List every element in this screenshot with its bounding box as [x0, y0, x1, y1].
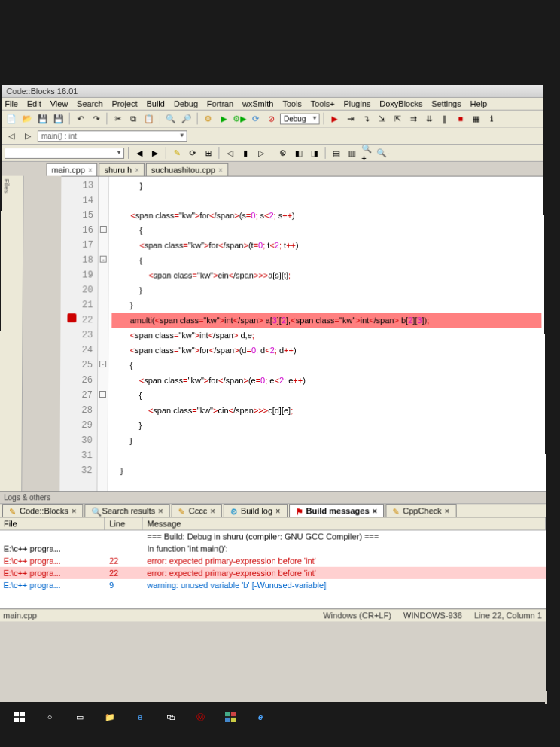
code-editor[interactable]: 131415161718192021 222324252627282930313… — [59, 176, 545, 492]
code-line[interactable]: <span class="kw">for</span>(t=0; t<2; t+… — [112, 238, 541, 253]
close-icon[interactable]: × — [275, 506, 280, 515]
close-icon[interactable]: × — [72, 506, 77, 515]
fold-marker[interactable] — [98, 311, 108, 326]
menu-toolsplus[interactable]: Tools+ — [311, 99, 335, 108]
class-select[interactable] — [5, 148, 124, 159]
col-file[interactable]: File — [0, 517, 105, 529]
tab-shuru[interactable]: shuru.h× — [99, 163, 145, 176]
close-icon[interactable]: × — [88, 166, 93, 174]
close-icon[interactable]: × — [373, 506, 377, 515]
line-number[interactable]: 22 — [60, 313, 97, 328]
code-line[interactable]: { — [111, 388, 542, 403]
build-run-icon[interactable]: ⚙▶ — [233, 112, 246, 126]
mcafee-icon[interactable]: Ⓜ — [187, 705, 214, 729]
log-tab-codeblocks[interactable]: ✎Code::Blocks× — [2, 504, 84, 517]
fold-marker[interactable] — [98, 296, 108, 311]
code-line[interactable]: } — [111, 433, 543, 448]
menu-edit[interactable]: Edit — [27, 99, 41, 108]
log-tab-search[interactable]: 🔍Search results× — [85, 504, 170, 517]
next-instr-icon[interactable]: ⇉ — [406, 112, 420, 126]
log-row[interactable]: E:\c++ progra...9warning: unused variabl… — [0, 579, 546, 591]
step-instr-icon[interactable]: ⇊ — [422, 112, 436, 126]
menu-project[interactable]: Project — [112, 99, 138, 108]
line-number[interactable]: 17 — [61, 238, 98, 253]
log-row[interactable]: E:\c++ progra...In function 'int main()'… — [0, 543, 546, 555]
refresh-icon[interactable]: ⟳ — [186, 146, 199, 160]
find-icon[interactable]: 🔍 — [164, 112, 178, 126]
fold-marker[interactable] — [98, 416, 108, 431]
line-number[interactable]: 18 — [61, 253, 98, 268]
highlight-icon[interactable]: ✎ — [170, 146, 184, 160]
tab-suchu[interactable]: suchuashitou.cpp× — [146, 163, 228, 176]
stop-icon[interactable]: ■ — [454, 112, 467, 126]
doxy-icon[interactable]: ◧ — [292, 146, 306, 160]
debug-start-icon[interactable]: ▶ — [328, 112, 342, 126]
code-area[interactable]: } <span class="kw">for</span>(s=0; s<2; … — [108, 177, 546, 492]
scope-select[interactable]: main() : int — [38, 130, 187, 142]
code-line[interactable]: <span class="kw">for</span>(d=0; d<2; d+… — [111, 343, 542, 358]
fold-marker[interactable] — [98, 341, 108, 356]
fold-marker[interactable]: - — [98, 386, 108, 401]
line-number[interactable]: 13 — [61, 178, 98, 194]
debug-windows-icon[interactable]: ▦ — [470, 112, 483, 126]
log-row[interactable]: === Build: Debug in shuru (compiler: GNU… — [0, 530, 546, 542]
line-number[interactable]: 30 — [60, 433, 97, 448]
abort-icon[interactable]: ⊘ — [264, 112, 278, 126]
code-line[interactable]: <span class="kw">for</span>(e=0; e<2; e+… — [111, 373, 542, 388]
fold-marker[interactable] — [98, 447, 108, 462]
line-number[interactable]: 27 — [60, 388, 97, 403]
cut-icon[interactable]: ✂ — [111, 112, 124, 126]
close-icon[interactable]: × — [218, 166, 223, 174]
line-number[interactable]: 23 — [60, 328, 97, 343]
forward-icon[interactable]: ▷ — [21, 129, 35, 142]
fold-marker[interactable] — [99, 281, 108, 296]
code-line[interactable]: } — [112, 178, 540, 194]
edge-icon[interactable]: e — [126, 705, 154, 729]
fold-marker[interactable] — [98, 462, 108, 477]
rebuild-icon[interactable]: ⟳ — [248, 112, 262, 126]
open-icon[interactable]: 📂 — [20, 112, 34, 126]
run-icon[interactable]: ▶ — [217, 112, 230, 126]
cortana-icon[interactable]: ○ — [36, 705, 63, 729]
new-file-icon[interactable]: 📄 — [5, 112, 18, 126]
line-number[interactable]: 25 — [60, 358, 97, 373]
menu-fortran[interactable]: Fortran — [207, 99, 233, 108]
code-line[interactable]: } — [111, 282, 541, 297]
code-line[interactable] — [111, 448, 543, 463]
line-number[interactable]: 32 — [59, 463, 96, 478]
code-line[interactable]: } — [111, 463, 543, 478]
target-select[interactable]: Debug — [280, 113, 320, 124]
close-icon[interactable]: × — [135, 166, 139, 174]
menu-search[interactable]: Search — [77, 99, 103, 108]
run-to-cursor-icon[interactable]: ⇥ — [344, 112, 358, 126]
next-line-icon[interactable]: ↴ — [360, 112, 373, 126]
line-number[interactable]: 28 — [60, 403, 97, 418]
fold-marker[interactable]: - — [99, 221, 108, 236]
code-line[interactable]: { — [112, 223, 541, 238]
menu-build[interactable]: Build — [147, 99, 165, 108]
menu-debug[interactable]: Debug — [174, 99, 198, 108]
line-number[interactable]: 15 — [61, 208, 98, 223]
line-number[interactable]: 31 — [60, 448, 97, 463]
menu-view[interactable]: View — [50, 99, 68, 108]
fold-marker[interactable] — [98, 326, 108, 341]
code-line[interactable]: { — [111, 358, 542, 373]
codeblocks-icon[interactable] — [217, 705, 244, 729]
fold-gutter[interactable]: ---- — [97, 177, 109, 492]
ie-icon[interactable]: e — [247, 705, 274, 729]
paste-icon[interactable]: 📋 — [142, 112, 156, 126]
menu-doxyblocks[interactable]: DoxyBlocks — [379, 99, 422, 108]
log-tab-buildlog[interactable]: ⚙Build log× — [224, 504, 288, 517]
code-line[interactable]: } — [111, 418, 543, 433]
menu-help[interactable]: Help — [470, 99, 488, 108]
log-tab-cppcheck[interactable]: ✎CppCheck× — [385, 504, 456, 517]
save-icon[interactable]: 💾 — [36, 112, 50, 126]
menu-tools[interactable]: Tools — [282, 99, 302, 108]
fold-marker[interactable]: - — [98, 356, 108, 371]
toggle-bookmark-icon[interactable]: ▮ — [239, 146, 252, 160]
col-line[interactable]: Line — [105, 517, 142, 529]
next-bookmark-icon[interactable]: ▷ — [254, 146, 268, 160]
tool-a-icon[interactable]: ▤ — [330, 146, 343, 160]
line-number[interactable]: 16 — [61, 223, 98, 238]
col-message[interactable]: Message — [142, 517, 546, 529]
